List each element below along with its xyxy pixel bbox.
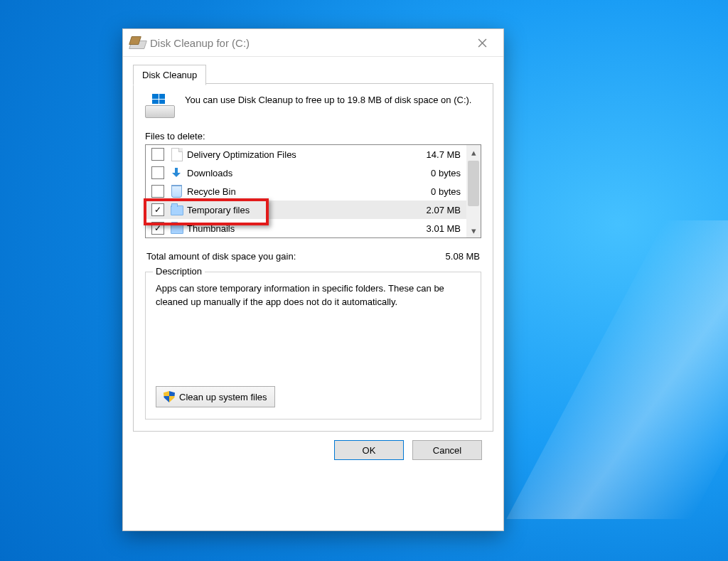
dialog-buttons: OK Cancel (133, 432, 493, 460)
total-value: 5.08 MB (446, 251, 480, 262)
total-row: Total amount of disk space you gain: 5.0… (146, 251, 480, 262)
list-item-size: 2.07 MB (411, 205, 461, 215)
disk-cleanup-window: Disk Cleanup for (C:) Disk Cleanup (122, 28, 504, 531)
list-item-size: 0 bytes (411, 186, 461, 197)
list-item-label: Temporary files (187, 205, 411, 215)
list-item[interactable]: Downloads0 bytes (146, 164, 466, 182)
desktop-wallpaper: Disk Cleanup for (C:) Disk Cleanup (0, 0, 728, 561)
intro-row: You can use Disk Cleanup to free up to 1… (145, 94, 481, 118)
disk-cleanup-icon (130, 36, 144, 49)
close-icon (478, 38, 487, 48)
tab-strip: Disk Cleanup (133, 64, 493, 84)
folder-icon (170, 203, 183, 216)
clean-system-files-button[interactable]: Clean up system files (156, 386, 275, 407)
tab-panel: You can use Disk Cleanup to free up to 1… (133, 84, 493, 432)
list-item-label: Downloads (187, 168, 411, 178)
cancel-label: Cancel (433, 445, 461, 456)
intro-text: You can use Disk Cleanup to free up to 1… (185, 94, 471, 118)
titlebar[interactable]: Disk Cleanup for (C:) (123, 29, 503, 57)
checkbox[interactable] (151, 222, 164, 235)
checkbox[interactable] (151, 185, 164, 198)
drive-icon (145, 94, 173, 118)
file-icon (170, 148, 183, 161)
total-label: Total amount of disk space you gain: (146, 251, 296, 262)
clean-system-files-label: Clean up system files (179, 392, 267, 402)
folder-icon (170, 222, 183, 235)
list-item[interactable]: Temporary files2.07 MB (146, 201, 466, 219)
list-item-size: 3.01 MB (411, 223, 461, 234)
files-to-delete-label: Files to delete: (145, 131, 481, 141)
checkbox[interactable] (151, 166, 164, 179)
files-list[interactable]: Delivery Optimization Files14.7 MBDownlo… (145, 144, 481, 238)
list-item-size: 0 bytes (411, 168, 461, 178)
tab-label: Disk Cleanup (142, 70, 197, 80)
list-item-label: Delivery Optimization Files (187, 149, 411, 160)
list-item[interactable]: Thumbnails3.01 MB (146, 219, 466, 237)
ok-label: OK (363, 445, 376, 456)
list-item-label: Recycle Bin (187, 186, 411, 197)
description-group: Description Apps can store temporary inf… (145, 272, 481, 420)
recycle-icon (170, 185, 183, 198)
list-item-size: 14.7 MB (411, 149, 461, 160)
tab-disk-cleanup[interactable]: Disk Cleanup (133, 65, 206, 85)
checkbox[interactable] (151, 203, 164, 216)
checkbox[interactable] (151, 148, 164, 161)
description-legend: Description (153, 266, 205, 277)
close-button[interactable] (466, 32, 498, 53)
ok-button[interactable]: OK (334, 440, 404, 460)
uac-shield-icon (164, 391, 175, 402)
window-title: Disk Cleanup for (C:) (150, 37, 250, 49)
scrollbar[interactable]: ▴ ▾ (466, 145, 481, 237)
scroll-down-button[interactable]: ▾ (466, 223, 481, 237)
download-icon (170, 166, 183, 179)
cancel-button[interactable]: Cancel (412, 440, 482, 460)
scroll-thumb[interactable] (468, 161, 479, 206)
list-item[interactable]: Recycle Bin0 bytes (146, 182, 466, 201)
list-item[interactable]: Delivery Optimization Files14.7 MB (146, 145, 466, 164)
description-text: Apps can store temporary information in … (156, 282, 471, 375)
scroll-up-button[interactable]: ▴ (466, 145, 481, 159)
list-item-label: Thumbnails (187, 223, 411, 234)
